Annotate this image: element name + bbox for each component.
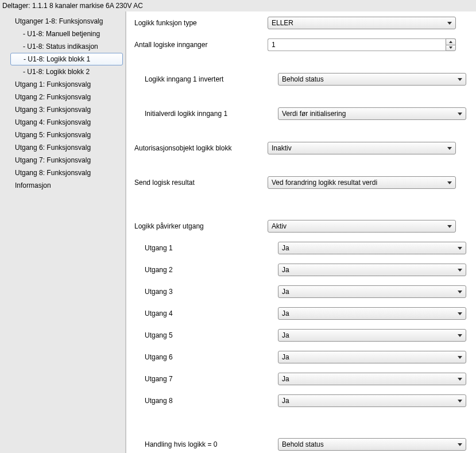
select-send-result-value: Ved forandring logikk resultat verdi <box>272 179 377 187</box>
chevron-down-icon <box>458 312 462 315</box>
chevron-down-icon <box>458 247 462 250</box>
chevron-down-icon <box>458 291 462 293</box>
select-affects-output-value: Aktiv <box>272 222 287 230</box>
sidebar-item[interactable]: - U1-8: Manuell betjening <box>0 28 125 40</box>
select-output-8[interactable]: Ja <box>278 394 466 407</box>
select-affects-output[interactable]: Aktiv <box>268 220 456 233</box>
label-action-logic-0: Handling hvis logikk = 0 <box>132 440 278 448</box>
sidebar-item[interactable]: Utgang 3: Funksjonsvalg <box>0 103 125 116</box>
chevron-down-icon <box>458 443 462 446</box>
select-input-inverted[interactable]: Behold status <box>278 73 466 86</box>
sidebar-item[interactable]: Utgang 1: Funksjonsvalg <box>0 78 125 91</box>
label-logic-fn-type: Logikk funksjon type <box>132 19 268 27</box>
chevron-down-icon <box>458 269 462 272</box>
chevron-down-icon <box>447 147 452 150</box>
label-output-4: Utgang 4 <box>132 309 278 318</box>
select-send-result[interactable]: Ved forandring logikk resultat verdi <box>268 176 456 189</box>
spinner-down-button[interactable] <box>446 45 456 52</box>
select-auth-object[interactable]: Inaktiv <box>268 142 456 154</box>
chevron-down-icon <box>458 334 462 337</box>
chevron-down-icon <box>447 22 452 25</box>
select-logic-fn-type-value: ELLER <box>272 19 293 27</box>
select-output-3-value: Ja <box>282 288 289 296</box>
select-output-7[interactable]: Ja <box>278 373 466 385</box>
select-output-3[interactable]: Ja <box>278 285 466 298</box>
sidebar-item[interactable]: Utgang 4: Funksjonsvalg <box>0 116 125 129</box>
window-title: Deltager: 1.1.1 8 kanaler markise 6A 230… <box>0 0 476 11</box>
chevron-up-icon <box>449 41 452 43</box>
chevron-down-icon <box>447 225 452 228</box>
select-output-5-value: Ja <box>282 331 289 339</box>
label-output-8: Utgang 8 <box>132 397 278 405</box>
sidebar-item[interactable]: - U1-8: Logikk blokk 1 <box>10 53 123 65</box>
label-num-inputs: Antall logiske innganger <box>132 41 268 49</box>
chevron-down-icon <box>458 78 462 81</box>
sidebar-item[interactable]: Utgang 7: Funksjonsvalg <box>0 154 125 167</box>
spinner-up-button[interactable] <box>446 38 456 45</box>
label-output-7: Utgang 7 <box>132 375 278 383</box>
sidebar-item[interactable]: - U1-8: Logikk blokk 2 <box>0 65 125 78</box>
select-init-value[interactable]: Verdi før initialisering <box>278 107 466 120</box>
select-action-logic-0-value: Behold status <box>282 440 324 448</box>
sidebar-item[interactable]: Informasjon <box>0 179 125 192</box>
sidebar-item[interactable]: Utgang 6: Funksjonsvalg <box>0 141 125 154</box>
label-output-1: Utgang 1 <box>132 244 278 252</box>
select-input-inverted-value: Behold status <box>282 75 324 83</box>
chevron-down-icon <box>458 113 462 115</box>
select-output-2[interactable]: Ja <box>278 264 466 276</box>
sidebar-item[interactable]: Utgang 5: Funksjonsvalg <box>0 129 125 141</box>
select-init-value-value: Verdi før initialisering <box>282 110 346 118</box>
select-output-1[interactable]: Ja <box>278 242 466 254</box>
select-output-1-value: Ja <box>282 244 289 252</box>
label-output-6: Utgang 6 <box>132 353 278 361</box>
label-init-value: Initialverdi logikk inngang 1 <box>132 110 278 118</box>
select-output-4[interactable]: Ja <box>278 307 466 320</box>
select-logic-fn-type[interactable]: ELLER <box>268 17 456 29</box>
select-action-logic-0[interactable]: Behold status <box>278 438 466 451</box>
chevron-down-icon <box>447 181 452 184</box>
select-output-6-value: Ja <box>282 353 289 361</box>
select-output-2-value: Ja <box>282 266 289 274</box>
label-output-2: Utgang 2 <box>132 266 278 274</box>
chevron-down-icon <box>449 47 452 49</box>
label-output-5: Utgang 5 <box>132 331 278 339</box>
label-output-3: Utgang 3 <box>132 288 278 296</box>
sidebar-item[interactable]: - U1-8: Status indikasjon <box>0 40 125 53</box>
label-send-result: Send logisk resultat <box>132 179 268 187</box>
select-output-4-value: Ja <box>282 309 289 318</box>
select-output-7-value: Ja <box>282 375 289 383</box>
chevron-down-icon <box>458 400 462 402</box>
sidebar-item[interactable]: Utgang 2: Funksjonsvalg <box>0 91 125 103</box>
label-affects-output: Logikk påvirker utgang <box>132 222 268 230</box>
select-output-8-value: Ja <box>282 397 289 405</box>
chevron-down-icon <box>458 356 462 359</box>
parameter-panel: Logikk funksjon type ELLER Antall logisk… <box>126 11 476 453</box>
sidebar-tree: Utganger 1-8: Funksjonsvalg- U1-8: Manue… <box>0 11 126 453</box>
sidebar-item[interactable]: Utganger 1-8: Funksjonsvalg <box>0 15 125 28</box>
select-auth-object-value: Inaktiv <box>272 144 292 152</box>
label-auth-object: Autorisasjonsobjekt logikk blokk <box>132 144 268 152</box>
chevron-down-icon <box>458 378 462 381</box>
sidebar-item[interactable]: Utgang 8: Funksjonsvalg <box>0 167 125 179</box>
label-input-inverted: Logikk inngang 1 invertert <box>132 75 278 83</box>
select-output-5[interactable]: Ja <box>278 329 466 342</box>
select-output-6[interactable]: Ja <box>278 351 466 363</box>
input-num-logic-inputs[interactable]: 1 <box>268 38 446 51</box>
